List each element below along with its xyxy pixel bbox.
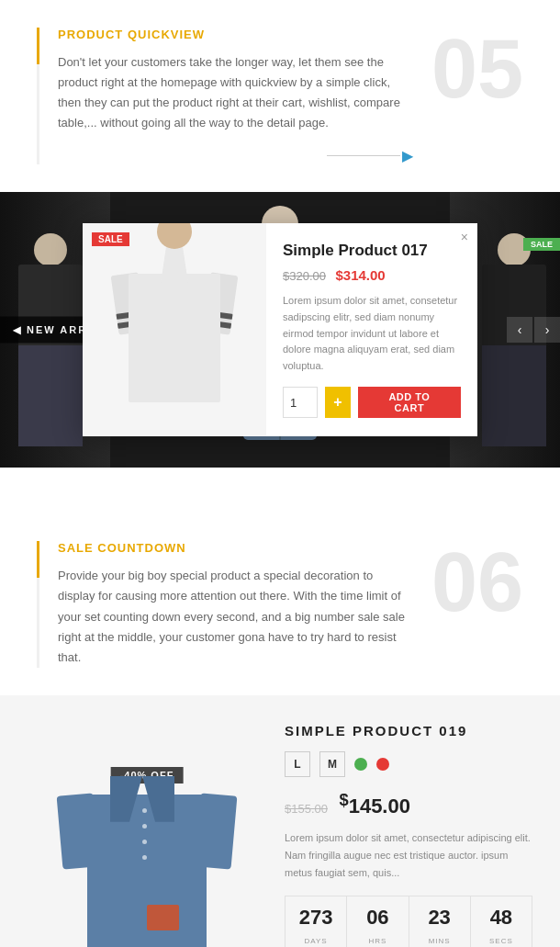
section-countdown-title: SALE COUNTDOWN: [58, 541, 413, 555]
sale-product-image-area: -40% OFF: [28, 749, 266, 947]
countdown-mins-label: MINS: [429, 937, 451, 945]
modal-image-side: SALE: [83, 223, 266, 436]
color-option-green[interactable]: [354, 758, 367, 771]
section-countdown-number: 06: [413, 541, 523, 624]
blue-shirt-illustration: [55, 749, 239, 947]
price-currency-sup: $: [339, 790, 348, 809]
countdown-hrs-label: HRS: [368, 937, 386, 945]
modal-close-button[interactable]: ×: [461, 231, 468, 243]
modal-add-row: + ADD TO CART: [283, 387, 461, 418]
modal-add-to-cart-button[interactable]: ADD TO CART: [358, 387, 461, 418]
modal-price-new: $314.00: [335, 267, 385, 283]
nav-next-button[interactable]: ›: [534, 317, 560, 343]
arrow-head-icon: ▶: [402, 147, 413, 164]
section-quickview-info: PRODUCT QUICKVIEW Don't let your custome…: [0, 0, 560, 192]
modal-qty-input[interactable]: [283, 387, 318, 418]
modal-product-name: Simple Product 017: [283, 242, 461, 260]
shirt-body: [129, 274, 220, 402]
dark-banner: SALE ◀ NEW ARRI... ‹ ›: [0, 192, 560, 468]
sale-product-name: SIMPLE PRODUCT 019: [285, 723, 532, 738]
banner-nav-arrows: ‹ ›: [507, 317, 560, 343]
color-option-red[interactable]: [376, 758, 389, 771]
product-shirt-illustration: [115, 242, 234, 416]
arrow-bar: [327, 155, 400, 156]
sale-product-desc: Lorem ipsum dolor sit amet, consectetur …: [285, 829, 532, 881]
sale-price-old: $155.00: [285, 802, 328, 816]
nav-prev-button[interactable]: ‹: [507, 317, 532, 343]
countdown-secs-label: SECS: [489, 937, 513, 945]
size-option-m[interactable]: M: [319, 751, 345, 777]
countdown-secs-num: 48: [476, 906, 527, 930]
section-quickview-number: 05: [413, 28, 523, 110]
countdown-days-num: 273: [290, 906, 342, 930]
arrow-line: ▶: [58, 147, 413, 164]
shirt-patch: [147, 905, 179, 930]
countdown-hrs-num: 06: [352, 906, 403, 930]
sale-product-area: -40% OFF SIMPLE: [0, 695, 560, 947]
sale-price-row: $155.00 $145.00: [285, 790, 532, 818]
sale-price-new: $145.00: [339, 795, 410, 817]
section-countdown-desc: Provide your big boy special product a s…: [58, 566, 413, 667]
modal-description: Lorem ipsum dolor sit amet, consetetur s…: [283, 293, 461, 374]
section-countdown-info: SALE COUNTDOWN Provide your big boy spec…: [0, 513, 560, 694]
size-color-row: L M: [285, 751, 532, 777]
gap-1: [0, 468, 560, 513]
modal-qty-plus-button[interactable]: +: [325, 387, 351, 418]
countdown-days: 273 DAYS: [286, 896, 347, 947]
quickview-modal: SALE: [83, 223, 477, 436]
countdown-mins-num: 23: [414, 906, 465, 930]
countdown-days-label: DAYS: [305, 937, 328, 945]
modal-price-old: $320.00: [283, 269, 326, 283]
modal-product-image: [83, 223, 266, 434]
modal-price-row: $320.00 $314.00: [283, 267, 461, 284]
sale-tag-banner: SALE: [523, 238, 560, 251]
blue-shirt-body: [87, 795, 207, 947]
countdown-mins: 23 MINS: [409, 896, 471, 947]
countdown-timer: 273 DAYS 06 HRS 23 MINS 48 SECS: [285, 896, 532, 947]
section-quickview-desc: Don't let your customers take the longer…: [58, 52, 413, 133]
countdown-hrs: 06 HRS: [347, 896, 409, 947]
section-quickview-title: PRODUCT QUICKVIEW: [58, 28, 413, 41]
size-option-l[interactable]: L: [285, 751, 310, 777]
modal-content-side: × Simple Product 017 $320.00 $314.00 Lor…: [266, 223, 477, 436]
sale-product-details: SIMPLE PRODUCT 019 L M $155.00 $145.00 L…: [285, 723, 532, 947]
shirt-collar: [161, 246, 188, 283]
section-countdown-left: SALE COUNTDOWN Provide your big boy spec…: [37, 541, 413, 667]
shirt-model-head: [157, 223, 192, 249]
section-quickview-left: PRODUCT QUICKVIEW Don't let your custome…: [37, 28, 413, 164]
countdown-secs: 48 SECS: [471, 896, 532, 947]
